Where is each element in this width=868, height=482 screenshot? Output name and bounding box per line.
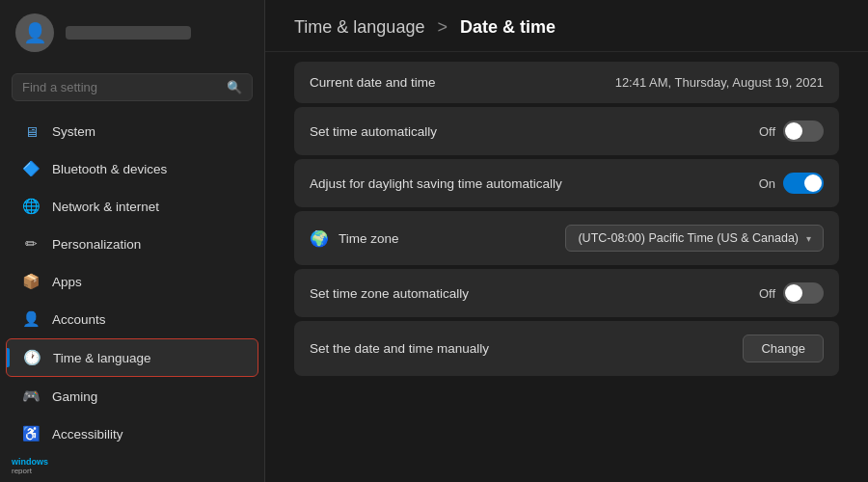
breadcrumb-current: Date & time <box>460 17 556 37</box>
sidebar-item-network[interactable]: 🌐Network & internet <box>6 188 258 225</box>
sidebar-item-label-apps: Apps <box>52 275 82 289</box>
sidebar-item-label-accounts: Accounts <box>52 312 106 327</box>
toggle-thumb-daylight-saving <box>804 174 822 192</box>
profile-name-bar <box>66 26 191 40</box>
setting-row-time-zone: 🌍Time zone(UTC-08:00) Pacific Time (US &… <box>294 211 839 265</box>
setting-text-daylight-saving: Adjust for daylight saving time automati… <box>310 176 562 191</box>
main-content: Time & language > Date & time Current da… <box>265 0 868 482</box>
toggle-thumb-set-time-automatically <box>785 122 802 140</box>
setting-row-set-time-automatically: Set time automaticallyOff <box>294 107 839 155</box>
toggle-set-time-automatically[interactable] <box>783 120 824 142</box>
accounts-icon: 👤 <box>21 310 41 328</box>
toggle-daylight-saving[interactable] <box>783 173 824 194</box>
accessibility-icon: ♿ <box>21 425 41 442</box>
setting-value-current-date-time: 12:41 AM, Thursday, August 19, 2021 <box>615 75 824 90</box>
sidebar-item-label-gaming: Gaming <box>52 389 97 404</box>
sidebar-item-label-time: Time & language <box>53 351 151 365</box>
dropdown-value-time-zone: (UTC-08:00) Pacific Time (US & Canada) <box>578 231 799 245</box>
sidebar: 👤 🔍 🖥System🔷Bluetooth & devices🌐Network … <box>0 0 265 482</box>
toggle-label-set-time-zone-automatically: Off <box>759 286 775 301</box>
setting-label-set-date-time-manually: Set the date and time manually <box>310 341 489 356</box>
setting-value-daylight-saving: On <box>759 173 824 194</box>
breadcrumb: Time & language > Date & time <box>294 17 839 38</box>
bluetooth-icon: 🔷 <box>21 160 41 177</box>
sidebar-item-personalization[interactable]: ✏Personalization <box>6 226 258 262</box>
svg-text:report: report <box>12 467 33 474</box>
setting-text-set-time-zone-automatically: Set time zone automatically <box>310 286 469 301</box>
setting-row-set-date-time-manually: Set the date and time manuallyChange <box>294 321 839 376</box>
svg-text:windows: windows <box>12 457 48 467</box>
sidebar-item-apps[interactable]: 📦Apps <box>6 263 258 300</box>
toggle-thumb-set-time-zone-automatically <box>785 284 802 302</box>
setting-label-set-time-zone-automatically: Set time zone automatically <box>310 286 469 301</box>
change-button-set-date-time-manually[interactable]: Change <box>743 335 824 362</box>
personalization-icon: ✏ <box>21 235 41 253</box>
dropdown-time-zone[interactable]: (UTC-08:00) Pacific Time (US & Canada)▾ <box>565 225 824 252</box>
breadcrumb-parent: Time & language <box>294 17 424 37</box>
settings-list: Current date and time12:41 AM, Thursday,… <box>265 52 868 482</box>
setting-value-set-time-automatically: Off <box>759 120 824 142</box>
search-box[interactable]: 🔍 <box>12 73 253 101</box>
avatar: 👤 <box>15 13 54 52</box>
windows-logo: windows report <box>12 453 62 474</box>
time-icon: 🕐 <box>22 349 41 366</box>
sidebar-item-accessibility[interactable]: ♿Accessibility <box>6 415 258 445</box>
setting-text-set-time-automatically: Set time automatically <box>310 124 437 139</box>
setting-label-time-zone: 🌍Time zone <box>310 229 399 248</box>
setting-value-set-time-zone-automatically: Off <box>759 282 824 304</box>
sidebar-item-label-network: Network & internet <box>52 200 159 214</box>
user-icon: 👤 <box>23 21 47 44</box>
apps-icon: 📦 <box>21 273 41 290</box>
sidebar-item-gaming[interactable]: 🎮Gaming <box>6 378 258 415</box>
sidebar-item-label-accessibility: Accessibility <box>52 427 123 442</box>
search-container: 🔍 <box>0 66 264 113</box>
sidebar-item-label-system: System <box>52 124 95 139</box>
profile-area: 👤 <box>0 0 264 66</box>
setting-row-current-date-time: Current date and time12:41 AM, Thursday,… <box>294 62 839 103</box>
toggle-set-time-zone-automatically[interactable] <box>783 282 824 304</box>
sidebar-item-label-personalization: Personalization <box>52 237 141 252</box>
sidebar-nav: 🖥System🔷Bluetooth & devices🌐Network & in… <box>0 113 264 445</box>
toggle-label-daylight-saving: On <box>759 176 775 191</box>
search-input[interactable] <box>22 80 219 94</box>
sidebar-item-bluetooth[interactable]: 🔷Bluetooth & devices <box>6 150 258 187</box>
sidebar-bottom: windows report <box>0 445 264 482</box>
gaming-icon: 🎮 <box>21 388 41 405</box>
sidebar-item-system[interactable]: 🖥System <box>6 114 258 149</box>
setting-text-time-zone: Time zone <box>339 231 399 246</box>
search-icon: 🔍 <box>227 80 242 94</box>
chevron-down-icon: ▾ <box>806 233 811 244</box>
setting-row-daylight-saving: Adjust for daylight saving time automati… <box>294 159 839 207</box>
setting-row-set-time-zone-automatically: Set time zone automaticallyOff <box>294 269 839 317</box>
setting-label-set-time-automatically: Set time automatically <box>310 124 437 139</box>
system-icon: 🖥 <box>21 123 41 140</box>
sidebar-item-time[interactable]: 🕐Time & language <box>6 338 258 377</box>
network-icon: 🌐 <box>21 198 41 215</box>
setting-text-current-date-time: Current date and time <box>310 75 436 90</box>
sidebar-item-label-bluetooth: Bluetooth & devices <box>52 162 167 176</box>
active-indicator <box>7 348 10 367</box>
setting-text-set-date-time-manually: Set the date and time manually <box>310 341 489 356</box>
time-zone-icon: 🌍 <box>310 229 329 248</box>
setting-label-daylight-saving: Adjust for daylight saving time automati… <box>310 176 562 191</box>
breadcrumb-separator: > <box>437 17 448 37</box>
page-header: Time & language > Date & time <box>265 0 868 52</box>
sidebar-item-accounts[interactable]: 👤Accounts <box>6 301 258 337</box>
setting-label-current-date-time: Current date and time <box>310 75 436 90</box>
toggle-label-set-time-automatically: Off <box>759 124 775 139</box>
setting-value-set-date-time-manually: Change <box>743 335 824 362</box>
